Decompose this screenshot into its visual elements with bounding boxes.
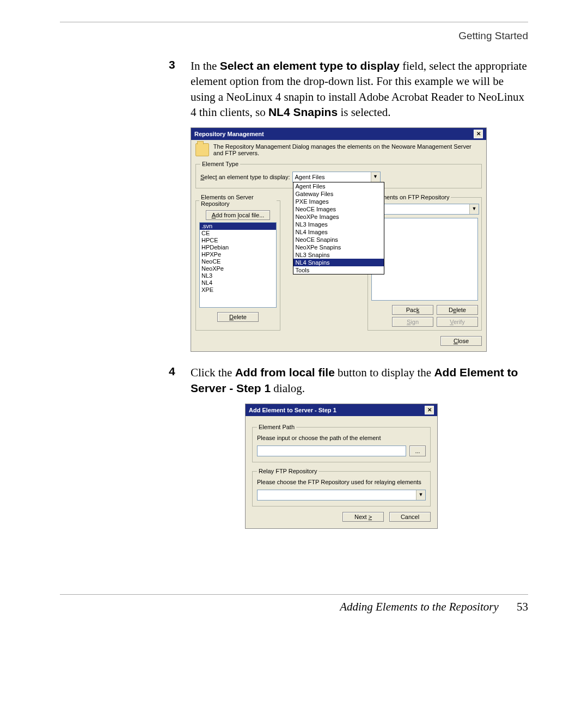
dialog-info-text: The Repository Management Dialog manages… [213,143,482,156]
step-4: 4 Click the Add from local file button t… [60,365,528,396]
dropdown-option[interactable]: NeoCE Snapins [293,236,384,243]
close-button[interactable]: Close [440,336,482,346]
element-type-legend: Element Type [200,161,240,167]
cancel-button[interactable]: Cancel [389,512,431,522]
page-footer: Adding Elements to the Repository 53 [60,594,528,614]
dialog-title-bar: Add Element to Server - Step 1 ✕ [246,404,437,416]
dropdown-option[interactable]: Gateway Files [293,190,384,198]
repository-management-dialog: Repository Management ✕ The Repository M… [191,127,487,352]
ftp-repository-panel: Elements on FTP Repository ▼ Pack Delete [367,194,482,331]
dropdown-option[interactable]: NeoCE Images [293,205,384,213]
add-element-dialog: Add Element to Server - Step 1 ✕ Element… [245,404,438,529]
page-header: Getting Started [60,30,528,42]
dialog-title-bar: Repository Management ✕ [191,128,486,140]
verify-button[interactable]: Verify [437,317,478,327]
chevron-down-icon[interactable]: ▼ [416,490,425,500]
step-number: 4 [60,365,191,396]
list-item[interactable]: NeoCE [200,258,276,265]
element-type-dropdown[interactable]: Agent FilesGateway FilesPXE ImagesNeoCE … [293,182,384,274]
close-icon[interactable]: ✕ [425,406,434,414]
dropdown-option[interactable]: NeoXPe Snapins [293,243,384,251]
server-delete-button[interactable]: Delete [217,312,259,322]
element-path-input[interactable] [257,446,406,456]
list-item[interactable]: NL3 [200,272,276,279]
pack-button[interactable]: Pack [392,305,433,315]
dropdown-option[interactable]: NL4 Images [293,228,384,236]
next-button[interactable]: Next > [342,512,384,522]
list-item[interactable]: NL4 [200,279,276,286]
server-repository-panel: Elements on Server Repository Add from l… [195,194,280,331]
relay-ftp-legend: Relay FTP Repository [257,468,318,474]
list-item[interactable]: .svn [200,223,276,230]
dropdown-option[interactable]: NL4 Snapins [293,259,384,266]
dropdown-option[interactable]: PXE Images [293,198,384,205]
combo-selected-value: Agent Files [293,174,371,180]
browse-button[interactable]: ... [409,446,426,456]
server-repository-list[interactable]: .svnCEHPCEHPDebianHPXPeNeoCENeoXPeNL3NL4… [199,222,277,308]
close-icon[interactable]: ✕ [474,130,483,138]
element-type-group: Element Type Select an element type to d… [195,161,482,188]
dropdown-option[interactable]: NL3 Images [293,221,384,228]
element-type-combo[interactable]: Agent Files ▼ Agent FilesGateway FilesPX… [292,172,381,182]
step-3: 3 In the Select an element type to displ… [60,58,528,120]
dropdown-option[interactable]: Tools [293,266,384,274]
relay-ftp-prompt: Please choose the FTP Repository used fo… [257,479,426,485]
relay-ftp-group: Relay FTP Repository Please choose the F… [252,468,431,506]
element-path-prompt: Please input or choose the path of the e… [257,435,426,441]
add-from-local-file-button[interactable]: Add from local file... [206,210,271,220]
element-path-group: Element Path Please input or choose the … [252,424,431,462]
dialog-title: Add Element to Server - Step 1 [249,407,336,413]
server-repository-legend: Elements on Server Repository [199,194,277,207]
ftp-delete-button[interactable]: Delete [437,305,478,315]
step-body: In the Select an element type to display… [191,58,528,120]
list-item[interactable]: HPDebian [200,244,276,251]
list-item[interactable]: HPCE [200,237,276,244]
dropdown-option[interactable]: Agent Files [293,182,384,190]
dropdown-option[interactable]: NeoXPe Images [293,213,384,221]
ftp-repository-combo[interactable]: ▼ [371,204,479,215]
chevron-down-icon[interactable]: ▼ [371,172,380,182]
select-element-type-label: Select an element type to display: [200,174,290,180]
sign-button[interactable]: Sign [392,317,433,327]
list-item[interactable]: CE [200,230,276,237]
step-number: 3 [60,58,191,120]
page-number: 53 [517,600,528,613]
ftp-repository-list[interactable] [371,218,478,301]
footer-section: Adding Elements to the Repository [340,600,499,613]
list-item[interactable]: XPE [200,286,276,294]
relay-ftp-combo[interactable]: ▼ [257,490,426,501]
dropdown-option[interactable]: NL3 Snapins [293,251,384,259]
step-body: Click the Add from local file button to … [191,365,528,396]
list-item[interactable]: NeoXPe [200,265,276,272]
dialog-title: Repository Management [194,131,264,137]
element-path-legend: Element Path [257,424,296,430]
chevron-down-icon[interactable]: ▼ [469,204,479,214]
folder-icon [195,143,209,156]
list-item[interactable]: HPXPe [200,251,276,258]
